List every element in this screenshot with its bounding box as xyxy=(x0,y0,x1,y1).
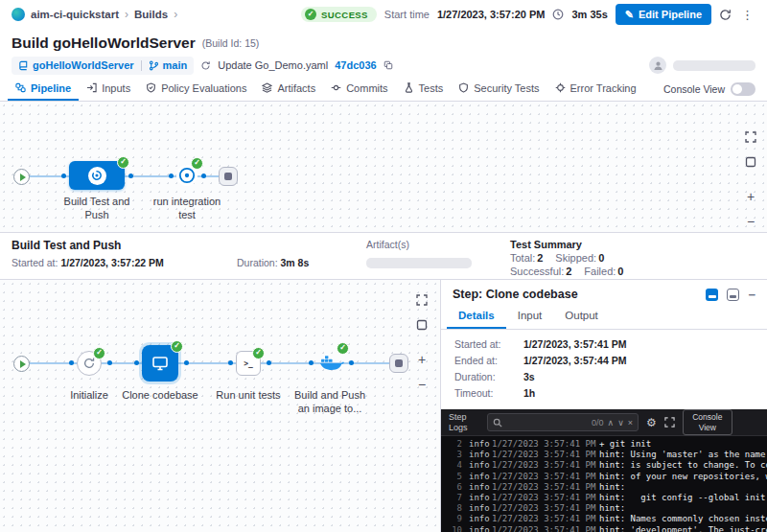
step-panel-tabs: Details Input Output xyxy=(441,305,767,330)
edit-pipeline-button[interactable]: ✎ Edit Pipeline xyxy=(616,4,711,25)
step-node-clone-codebase[interactable]: ✓ xyxy=(142,345,178,382)
log-settings-gear-icon[interactable]: ⚙ xyxy=(646,416,657,429)
log-timestamp: 1/27/2023 3:57:41 PM xyxy=(492,493,599,503)
avatar[interactable] xyxy=(649,57,666,74)
failed-value: 0 xyxy=(617,266,623,277)
step-label: Initialize xyxy=(56,389,123,403)
log-line: 2info1/27/2023 3:57:41 PM+ git init xyxy=(447,439,767,450)
breadcrumb-project[interactable]: aim-ci-quickstart xyxy=(31,9,119,20)
tab-input[interactable]: Input xyxy=(506,305,554,329)
connector-point xyxy=(107,360,112,365)
artifacts-icon xyxy=(262,82,272,93)
execution-graph-canvas: ✓ Initialize ✓ Clone codebase >_ ✓ Run u… xyxy=(0,280,441,532)
log-line-number: 4 xyxy=(447,460,462,471)
step-node-build-and-push[interactable]: ✓ xyxy=(316,349,345,374)
tab-inputs[interactable]: Inputs xyxy=(79,77,138,101)
breadcrumb-builds[interactable]: Builds xyxy=(134,9,168,20)
kebab-menu-icon[interactable]: ⋮ xyxy=(739,8,755,22)
start-node[interactable] xyxy=(13,356,30,372)
field-label: Ended at: xyxy=(454,355,523,366)
stop-icon xyxy=(395,359,403,367)
step-node-run-unit-tests[interactable]: >_ ✓ xyxy=(236,351,261,376)
started-at-value: 1/27/2023, 3:57:22 PM xyxy=(60,257,163,268)
connector-point xyxy=(184,360,189,365)
zoom-out-button[interactable]: − xyxy=(742,213,759,230)
tab-details[interactable]: Details xyxy=(447,305,506,329)
terminal-icon: >_ xyxy=(244,359,253,368)
log-level: info xyxy=(469,450,492,460)
tab-tests[interactable]: Tests xyxy=(396,77,452,101)
collapse-panel-icon[interactable]: − xyxy=(748,289,755,301)
expand-canvas-button[interactable] xyxy=(742,128,759,146)
log-timestamp: 1/27/2023 3:57:41 PM xyxy=(492,472,599,482)
stage-node-run-integration-test[interactable]: ✓ xyxy=(176,165,198,186)
tab-policy-evaluations[interactable]: Policy Evaluations xyxy=(138,77,254,101)
fit-view-button[interactable] xyxy=(742,153,759,171)
started-at-label: Started at: xyxy=(12,257,58,268)
start-node[interactable] xyxy=(13,169,30,185)
repo-link[interactable]: goHelloWorldServer xyxy=(18,59,134,71)
search-prev-icon[interactable]: ∧ xyxy=(608,418,615,428)
log-search-input[interactable] xyxy=(506,417,588,428)
zoom-in-button[interactable]: + xyxy=(413,351,430,368)
tab-label: Policy Evaluations xyxy=(161,82,246,94)
connector-point xyxy=(267,360,271,365)
zoom-out-button[interactable]: − xyxy=(413,376,430,393)
log-level: info xyxy=(469,493,492,503)
log-line: 9info1/27/2023 3:57:41 PMhint: Names com… xyxy=(447,514,767,524)
commit-sha-link[interactable]: 47dc036 xyxy=(335,59,376,71)
tab-pipeline[interactable]: Pipeline xyxy=(8,77,79,101)
commit-message[interactable]: Update Go_Demo.yaml xyxy=(218,59,328,71)
tests-icon xyxy=(404,82,414,93)
zoom-in-button[interactable]: + xyxy=(742,188,759,205)
tab-error-tracking[interactable]: Error Tracking xyxy=(547,77,644,101)
search-close-icon[interactable]: × xyxy=(628,418,633,428)
commit-icon xyxy=(200,60,211,71)
step-node-initialize[interactable]: ✓ xyxy=(77,351,102,376)
branch-link[interactable]: main xyxy=(149,59,188,71)
pipeline-stage-icon xyxy=(178,167,196,184)
tab-commits[interactable]: Commits xyxy=(323,77,395,101)
toggle-knob xyxy=(732,84,742,94)
log-console: Step Logs 0/0 ∧ ∨ × ⚙ Console View 2info… xyxy=(441,409,767,532)
test-summary-label: Test Summary xyxy=(510,239,755,250)
layout-full-icon[interactable] xyxy=(727,289,739,301)
stage-label: Build Test and Push xyxy=(55,196,139,222)
tab-security-tests[interactable]: Security Tests xyxy=(451,77,546,101)
tab-label: Security Tests xyxy=(474,82,539,94)
connector-point xyxy=(69,360,74,365)
stage-node-build-test-and-push[interactable]: ✓ xyxy=(69,161,125,190)
breadcrumb-separator-icon: › xyxy=(125,8,128,21)
build-execution-page: aim-ci-quickstart › Builds › ✓ SUCCESS S… xyxy=(0,0,767,532)
skipped-label: Skipped: xyxy=(555,252,596,264)
layout-split-icon[interactable] xyxy=(706,289,718,301)
log-timestamp: 1/27/2023 3:57:41 PM xyxy=(492,503,599,514)
build-id: (Build Id: 15) xyxy=(202,37,260,49)
shield-icon xyxy=(458,82,469,93)
tab-artifacts[interactable]: Artifacts xyxy=(254,77,323,101)
elapsed-time: 3m 35s xyxy=(571,9,607,20)
expand-canvas-button[interactable] xyxy=(413,291,430,309)
log-level: info xyxy=(469,460,492,471)
console-view-button[interactable]: Console View xyxy=(683,409,732,434)
console-view-toggle[interactable] xyxy=(731,82,755,96)
copy-icon[interactable] xyxy=(384,60,393,70)
success-check-icon: ✓ xyxy=(337,342,349,355)
step-fields: Started at: 1/27/2023, 3:57:41 PM Ended … xyxy=(441,330,767,409)
log-line-number: 9 xyxy=(447,514,462,524)
tab-output[interactable]: Output xyxy=(553,305,610,329)
end-node xyxy=(219,167,238,186)
step-label: Run unit tests xyxy=(205,389,291,403)
successful-label: Successful: xyxy=(510,266,564,277)
log-line: 4info1/27/2023 3:57:41 PMhint: is subjec… xyxy=(447,460,767,471)
duration-value: 3m 8s xyxy=(281,257,310,268)
failed-label: Failed: xyxy=(584,266,616,277)
redacted-artifact-link[interactable] xyxy=(366,258,472,268)
refresh-icon[interactable] xyxy=(719,9,732,21)
canvas-controls: + − xyxy=(413,291,430,393)
log-expand-icon[interactable] xyxy=(664,417,675,428)
stage-summary-title: Build Test and Push xyxy=(12,239,237,252)
search-next-icon[interactable]: ∨ xyxy=(617,418,624,428)
connector-point xyxy=(128,173,133,178)
fit-view-button[interactable] xyxy=(413,316,430,334)
